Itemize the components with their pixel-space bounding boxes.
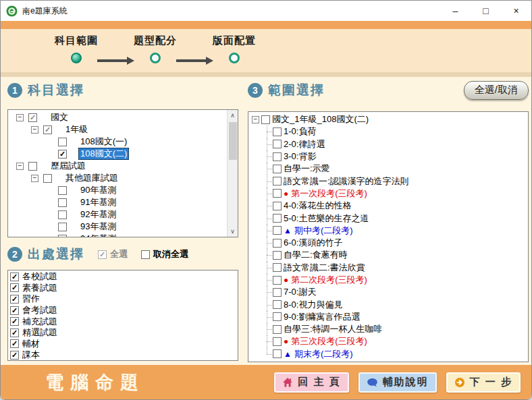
range-item[interactable]: 5-0:土芭樂的生存之道 <box>248 212 528 224</box>
source-item[interactable]: 會考試題 <box>8 305 238 316</box>
maximize-button[interactable]: □ <box>471 1 501 21</box>
collapse-minus-icon[interactable] <box>31 175 38 182</box>
tree-item[interactable]: 歷屆試題 <box>8 160 227 172</box>
scrollbar[interactable] <box>227 110 238 237</box>
checkbox-unchecked[interactable] <box>261 115 270 124</box>
tree-item[interactable]: 94年基測 <box>8 233 227 237</box>
range-item[interactable]: 自學三:特調一杯人生咖啡 <box>248 323 528 335</box>
checkbox-unchecked[interactable] <box>58 186 67 195</box>
collapse-minus-icon[interactable] <box>16 114 24 121</box>
checkbox-unchecked[interactable] <box>273 152 282 161</box>
tree-item[interactable]: 91年基測 <box>8 196 227 208</box>
range-item-exam[interactable]: ▲ 期末考(二段考) <box>248 348 528 360</box>
checkbox-unchecked[interactable] <box>273 337 282 346</box>
source-item[interactable]: 各校試題 <box>8 271 238 283</box>
checkbox-checked[interactable] <box>10 273 19 281</box>
checkbox-unchecked[interactable] <box>28 162 37 171</box>
tree-item[interactable]: 1年級 <box>8 123 227 136</box>
range-item[interactable]: 9-0:劉墉寓言作品選 <box>248 311 528 323</box>
range-item[interactable]: 自學一:示愛 <box>248 163 528 175</box>
select-all-toggle-button[interactable]: 全選/取消 <box>464 81 529 100</box>
close-button[interactable]: × <box>501 1 531 21</box>
checkbox-unchecked[interactable] <box>273 300 282 309</box>
checkbox-checked[interactable] <box>10 317 19 326</box>
source-item[interactable]: 補充試題 <box>8 316 238 327</box>
checkbox-unchecked[interactable] <box>273 177 282 185</box>
checkbox-unchecked[interactable] <box>58 235 67 237</box>
tree-item[interactable]: 90年基測 <box>8 184 227 196</box>
checkbox-checked-gray[interactable] <box>43 125 52 134</box>
checkbox-unchecked[interactable] <box>273 214 282 223</box>
checkbox-unchecked[interactable] <box>273 288 282 297</box>
checkbox-unchecked[interactable] <box>273 312 282 321</box>
checkbox-unchecked[interactable] <box>273 202 282 210</box>
tree-item-selected[interactable]: 108國文(二) <box>8 148 227 160</box>
checkbox-unchecked[interactable] <box>58 210 67 219</box>
checkbox-unchecked[interactable] <box>58 138 67 146</box>
checkbox-unchecked[interactable] <box>273 239 282 248</box>
checkbox-unchecked[interactable] <box>58 223 67 231</box>
checkbox-unchecked[interactable] <box>273 140 282 148</box>
range-item-exam[interactable]: ▲ 期中考(二段考) <box>248 225 528 237</box>
range-item[interactable]: 2-0:律詩選 <box>248 138 528 150</box>
range-item[interactable]: 8-0:視力與偏見 <box>248 298 528 310</box>
collapse-minus-icon[interactable] <box>252 116 259 123</box>
checkbox-checked[interactable] <box>10 351 19 360</box>
range-item-exam[interactable]: ● 第三次段考(三段考) <box>248 335 528 347</box>
checkbox-unchecked[interactable] <box>273 263 282 272</box>
range-item[interactable]: 語文常識一:認識漢字的造字法則 <box>248 175 528 187</box>
select-all-checkbox[interactable]: 全選 <box>98 248 128 260</box>
checkbox-checked[interactable] <box>10 283 19 292</box>
range-item-exam[interactable]: ● 第二次段考(三段考) <box>248 274 528 286</box>
footer-bar: 電腦命題 回 主 頁 輔助說明 下 一 步 <box>1 365 531 399</box>
help-button[interactable]: 輔助說明 <box>358 372 437 393</box>
range-item[interactable]: 語文常識二:書法欣賞 <box>248 262 528 274</box>
range-item[interactable]: 4-0:落花生的性格 <box>248 200 528 212</box>
checkbox-unchecked[interactable] <box>273 165 282 173</box>
tree-item[interactable]: 其他題庫試題 <box>8 172 227 184</box>
checkbox-checked[interactable] <box>10 328 19 337</box>
checkbox-checked-disabled[interactable] <box>98 250 107 259</box>
collapse-minus-icon[interactable] <box>31 126 38 134</box>
range-item[interactable]: 3-0:背影 <box>248 150 528 163</box>
tree-item[interactable]: 108國文(一) <box>8 136 227 148</box>
range-item-exam[interactable]: ● 第一次段考(三段考) <box>248 188 528 200</box>
checkbox-checked[interactable] <box>10 306 19 315</box>
checkbox-unchecked[interactable] <box>273 189 282 198</box>
source-item[interactable]: 課本 <box>8 349 238 361</box>
home-button[interactable]: 回 主 頁 <box>274 372 348 393</box>
source-item[interactable]: 習作 <box>8 293 238 305</box>
source-item[interactable]: 輔材 <box>8 339 238 350</box>
checkbox-unchecked[interactable] <box>273 276 282 285</box>
tree-item[interactable]: 93年基測 <box>8 221 227 233</box>
checkbox-unchecked[interactable] <box>273 349 282 358</box>
range-root-item[interactable]: 國文_1年級_108國文(二) <box>248 113 528 125</box>
checkbox-checked[interactable] <box>10 339 19 348</box>
scrollbar-thumb[interactable] <box>229 122 237 160</box>
exam-marker-icon: ● <box>284 190 288 198</box>
checkbox-checked-gray[interactable] <box>28 113 37 122</box>
checkbox-unchecked[interactable] <box>273 226 282 235</box>
checkbox-checked[interactable] <box>58 150 67 159</box>
checkbox-unchecked[interactable] <box>273 325 282 334</box>
minimize-button[interactable]: – <box>440 1 471 21</box>
range-item[interactable]: 6-0:溪頭的竹子 <box>248 237 528 249</box>
collapse-minus-icon[interactable] <box>16 163 24 170</box>
tree-item[interactable]: 92年基測 <box>8 208 227 221</box>
source-item[interactable]: 精選試題 <box>8 327 238 339</box>
checkbox-unchecked[interactable] <box>273 127 282 136</box>
checkbox-unchecked[interactable] <box>43 174 52 183</box>
range-item[interactable]: 7-0:謝天 <box>248 286 528 298</box>
source-item[interactable]: 素養試題 <box>8 283 238 294</box>
scrollbar-down-icon[interactable] <box>228 226 238 237</box>
next-step-button[interactable]: 下 一 步 <box>446 372 521 393</box>
scrollbar-up-icon[interactable] <box>228 110 238 121</box>
checkbox-unchecked[interactable] <box>141 250 150 259</box>
range-item[interactable]: 自學二:食蔥有時 <box>248 249 528 261</box>
checkbox-unchecked[interactable] <box>273 251 282 260</box>
deselect-all-checkbox[interactable]: 取消全選 <box>141 248 188 260</box>
checkbox-checked[interactable] <box>10 295 19 304</box>
tree-item[interactable]: 國文 <box>8 111 227 123</box>
checkbox-unchecked[interactable] <box>58 198 67 207</box>
range-item[interactable]: 1-0:負荷 <box>248 125 528 138</box>
